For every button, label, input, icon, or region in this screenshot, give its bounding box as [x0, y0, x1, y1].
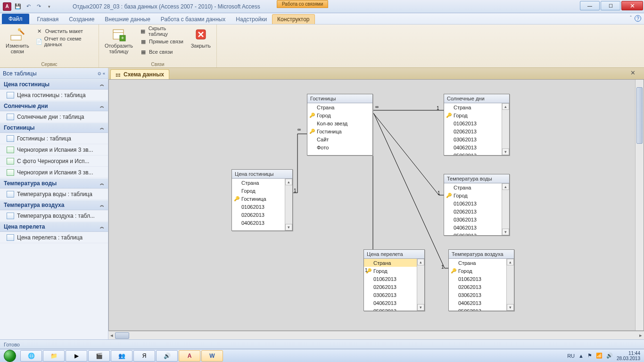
field-row[interactable]: 05062013 — [444, 151, 509, 155]
diagram-table[interactable]: Температура водыСтрана🔑Город010620130206… — [444, 174, 510, 236]
nav-header[interactable]: Все таблицы ⊙ « — [0, 68, 108, 79]
ribbon-tab[interactable]: Надстройки — [231, 14, 272, 24]
field-row[interactable]: Страна — [232, 179, 292, 187]
field-row[interactable]: 02062013 — [449, 283, 514, 291]
show-table-button[interactable]: + Отобразить таблицу — [102, 26, 136, 55]
hide-table-button[interactable]: ▦Скрыть таблицу — [138, 26, 186, 36]
field-row[interactable]: Страна — [364, 259, 424, 267]
all-relations-button[interactable]: ▦Все связи — [138, 47, 186, 57]
ribbon-tab[interactable]: Работа с базами данных — [156, 14, 231, 24]
field-row[interactable]: 03062013 — [364, 291, 424, 299]
nav-group-header[interactable]: Температура воздуха︽ — [0, 200, 108, 210]
taskbar-app2[interactable]: 👥 — [111, 350, 132, 362]
taskbar-explorer[interactable]: 📁 — [43, 350, 65, 362]
field-row[interactable]: 05062013 — [444, 231, 509, 235]
nav-item[interactable]: Температура воды : таблица — [0, 189, 108, 200]
start-button[interactable] — [0, 349, 20, 362]
lang-indicator[interactable]: RU — [567, 353, 575, 359]
field-row[interactable]: Сайт — [307, 135, 372, 143]
field-row[interactable]: Кол-во звезд — [307, 119, 372, 127]
field-row[interactable]: 01062013 — [444, 199, 509, 207]
help-icon[interactable]: ? — [635, 15, 641, 22]
document-close-button[interactable]: ✕ — [630, 69, 636, 76]
nav-item[interactable]: Цена перелета : таблица — [0, 232, 108, 243]
list-scrollbar[interactable]: ▴▾ — [502, 103, 509, 155]
field-row[interactable]: 01062013 — [444, 119, 509, 127]
field-row[interactable]: 04062013 — [444, 143, 509, 151]
ribbon-tab[interactable]: Внешние данные — [99, 14, 156, 24]
direct-relations-button[interactable]: ▦Прямые связи — [138, 36, 186, 47]
relations-tab[interactable]: ⚏ Схема данных — [110, 69, 169, 79]
field-row[interactable]: Фото — [307, 143, 372, 151]
nav-group-header[interactable]: Цена перелета︽ — [0, 222, 108, 232]
redo-icon[interactable]: ↷ — [34, 2, 43, 11]
edit-relations-button[interactable]: Изменить связи — [3, 26, 32, 55]
field-row[interactable]: 🔑Гостиница — [307, 127, 372, 135]
qat-menu-icon[interactable]: ▾ — [44, 2, 54, 11]
field-row[interactable]: 02062013 — [364, 283, 424, 291]
taskbar-media[interactable]: ▶ — [66, 350, 87, 362]
tray-flag-icon[interactable]: ▲ — [578, 353, 584, 359]
diagram-table[interactable]: Цена перелетаСтрана🔑Город010620130206201… — [363, 249, 425, 311]
nav-item[interactable]: Гостиницы : таблица — [0, 133, 108, 144]
field-row[interactable]: 🔑Город — [449, 267, 514, 275]
field-row[interactable]: 03062013 — [444, 135, 509, 143]
field-row[interactable]: 05062013 — [449, 307, 514, 311]
diagram-table[interactable]: Солнечные дниСтрана🔑Город010620130206201… — [444, 94, 510, 156]
field-row[interactable]: 🔑Город — [444, 111, 509, 119]
save-icon[interactable]: 💾 — [13, 2, 23, 11]
undo-icon[interactable]: ↶ — [24, 2, 33, 11]
ribbon-tab[interactable]: Конструктор — [272, 14, 314, 24]
nav-item[interactable]: Солнечные дни : таблица — [0, 111, 108, 123]
maximize-button[interactable]: ☐ — [601, 1, 620, 10]
relation-report-button[interactable]: 📄Отчет по схеме данных — [34, 36, 96, 47]
taskbar-yandex[interactable]: Я — [133, 350, 155, 362]
field-row[interactable]: Город — [232, 187, 292, 195]
file-tab[interactable]: Файл — [2, 14, 29, 24]
clear-layout-button[interactable]: ✕Очистить макет — [34, 26, 96, 36]
field-row[interactable]: 02062013 — [444, 207, 509, 215]
taskbar-sound[interactable]: 🔊 — [156, 350, 178, 362]
field-row[interactable]: 04062013 — [444, 223, 509, 231]
nav-group-header[interactable]: Цена гостиницы︽ — [0, 79, 108, 90]
field-row[interactable]: Страна — [449, 259, 514, 267]
field-row[interactable]: Страна — [444, 183, 509, 191]
vertical-scrollbar[interactable] — [635, 80, 644, 330]
nav-item[interactable]: Цена гостиницы : таблица — [0, 90, 108, 101]
nav-group-header[interactable]: Солнечные дни︽ — [0, 101, 108, 111]
nav-item[interactable]: Температура воздуха : табл... — [0, 210, 108, 222]
diagram-table[interactable]: Температура воздухаСтрана🔑Город010620130… — [448, 249, 514, 311]
list-scrollbar[interactable]: ▴▾ — [285, 179, 292, 230]
nav-item[interactable]: Черногория и Испания 3 зв... — [0, 144, 108, 156]
list-scrollbar[interactable]: ▴▾ — [502, 183, 509, 235]
taskbar-access[interactable]: A — [179, 350, 200, 362]
ribbon-tab[interactable]: Создание — [64, 14, 99, 24]
relations-canvas[interactable]: ГостиницыСтрана🔑ГородКол-во звезд🔑Гостин… — [108, 79, 644, 331]
field-row[interactable]: 02062013 — [232, 211, 292, 219]
diagram-table[interactable]: Цена гостиницыСтранаГород🔑Гостиница01062… — [231, 169, 293, 231]
field-row[interactable]: 03062013 — [444, 215, 509, 223]
nav-item[interactable]: Черногория и Испания 3 зв... — [0, 167, 108, 178]
taskbar-word[interactable]: W — [201, 350, 223, 362]
minimize-button[interactable]: — — [580, 1, 600, 10]
field-row[interactable]: 01062013 — [232, 203, 292, 211]
tray-volume-icon[interactable]: 🔊 — [606, 353, 613, 359]
field-row[interactable]: 04062013 — [449, 299, 514, 307]
field-row[interactable]: 02062013 — [444, 127, 509, 135]
field-row[interactable]: 01062013 — [364, 275, 424, 283]
field-row[interactable]: 🔑Гостиница — [232, 195, 292, 203]
minimize-ribbon-icon[interactable]: ˆ — [630, 15, 632, 22]
list-scrollbar[interactable]: ▴▾ — [506, 259, 514, 311]
tray-network-icon[interactable]: 📶 — [596, 353, 603, 359]
field-row[interactable]: 🔑Город — [364, 267, 424, 275]
nav-group-header[interactable]: Температура воды︽ — [0, 178, 108, 189]
field-row[interactable]: Страна — [307, 103, 372, 111]
taskbar-ie[interactable]: 🌐 — [20, 350, 42, 362]
nav-item[interactable]: С фото Черногория и Исп... — [0, 156, 108, 167]
field-row[interactable]: 01062013 — [449, 275, 514, 283]
field-row[interactable]: 04062013 — [232, 219, 292, 227]
horizontal-scrollbar[interactable]: ◂ ▸ — [108, 331, 644, 339]
diagram-table[interactable]: ГостиницыСтрана🔑ГородКол-во звезд🔑Гостин… — [307, 94, 373, 156]
field-row[interactable]: 🔑Город — [444, 191, 509, 199]
field-row[interactable]: 05062013 — [364, 307, 424, 311]
